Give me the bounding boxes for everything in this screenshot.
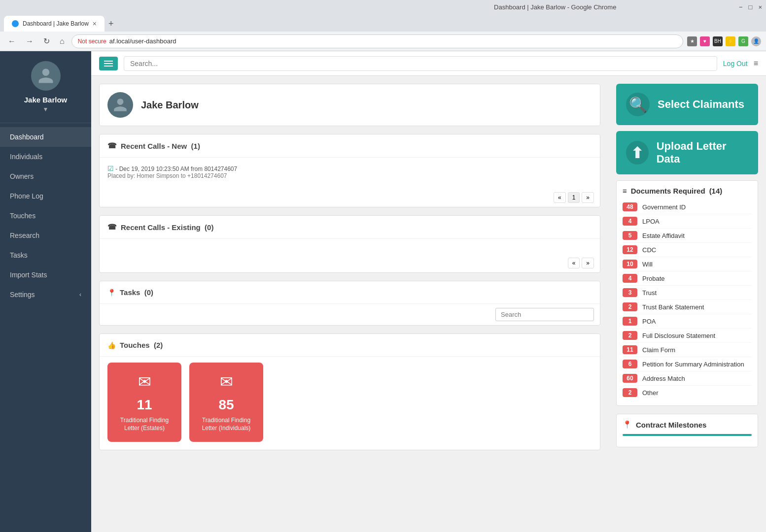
sidebar-item-tasks[interactable]: Tasks	[0, 245, 91, 265]
touches-header: 👍 Touches (2)	[100, 334, 600, 357]
sidebar-item-label: Tasks	[10, 251, 28, 259]
milestone-pin-icon: 📍	[623, 420, 632, 429]
extension-icon-3[interactable]: ⚡	[726, 36, 735, 46]
next-page-existing-btn[interactable]: »	[582, 258, 594, 268]
new-tab-button[interactable]: +	[104, 16, 118, 32]
window-close[interactable]: ×	[758, 3, 762, 11]
touch-card-individuals[interactable]: ✉ 85 Traditional Finding Letter (Individ…	[189, 363, 263, 442]
bookmark-icon[interactable]: ★	[687, 36, 697, 46]
sidebar-item-individuals[interactable]: Individuals	[0, 147, 91, 166]
extension-icon-2[interactable]: BH	[713, 36, 723, 46]
milestone-progress-bar	[623, 434, 752, 436]
profile-icon[interactable]: 👤	[751, 36, 761, 46]
doc-name: Other	[642, 389, 659, 397]
search-circle-icon: 🔍	[626, 93, 650, 116]
avatar	[31, 61, 61, 91]
touches-icon: 👍	[107, 341, 116, 349]
doc-item: 12 CDC	[623, 243, 752, 257]
doc-item: 10 Will	[623, 257, 752, 271]
upload-icon: ⬆	[626, 141, 649, 165]
doc-item: 4 LPOA	[623, 214, 752, 229]
doc-badge: 12	[623, 245, 637, 254]
main-content: Jake Barlow ☎ Recent Calls - New (1) ☑ -…	[91, 76, 608, 532]
menu-bar-1	[104, 61, 113, 62]
logout-button[interactable]: Log Out	[723, 60, 748, 67]
touches-title: Touches (2)	[120, 341, 163, 349]
upload-label: Upload Letter Data	[657, 140, 748, 166]
browser-toolbar-icons: ★ ♥ BH ⚡ G 👤	[687, 36, 761, 46]
documents-required-section: ≡ Documents Required (14) 48 Government …	[616, 180, 758, 406]
menu-bar-2	[104, 63, 113, 64]
browser-title: Dashboard | Jake Barlow - Google Chrome	[371, 3, 738, 11]
sidebar-item-touches[interactable]: Touches	[0, 206, 91, 226]
doc-badge: 2	[623, 331, 637, 340]
home-button[interactable]: ⌂	[57, 36, 68, 47]
window-minimize[interactable]: −	[739, 3, 743, 11]
doc-badge: 2	[623, 302, 637, 311]
call-entry: ☑ - Dec 19, 2019 10:23:50 AM from 801427…	[107, 165, 592, 179]
tasks-header: 📍 Tasks (0)	[100, 281, 600, 304]
profile-name: Jake Barlow	[141, 100, 199, 111]
tasks-card: 📍 Tasks (0)	[99, 281, 600, 326]
search-input[interactable]	[124, 56, 717, 71]
doc-name: Full Disclosure Statement	[642, 332, 715, 339]
envelope-icon: ✉	[138, 372, 151, 391]
window-maximize[interactable]: □	[749, 3, 753, 11]
doc-item: 60 Address Match	[623, 371, 752, 386]
extension-icon-1[interactable]: ♥	[700, 36, 710, 46]
docs-title-text: Documents Required	[631, 187, 705, 195]
touch-card-estates[interactable]: ✉ 11 Traditional Finding Letter (Estates…	[107, 363, 181, 442]
select-claimants-label: Select Claimants	[658, 98, 744, 111]
docs-title: ≡ Documents Required (14)	[623, 187, 752, 195]
browser-toolbar: ← → ↻ ⌂ Not secure af.local/user-dashboa…	[0, 32, 766, 51]
tab-favicon	[12, 20, 19, 27]
call-id: - Dec 19, 2019 10:23:50 AM from 80142746…	[115, 166, 237, 172]
page-1-btn[interactable]: 1	[568, 192, 580, 203]
tasks-search-input[interactable]	[495, 308, 594, 321]
pagination-existing: « »	[100, 254, 600, 272]
doc-name: Trust	[642, 289, 657, 297]
doc-name: Estate Affidavit	[642, 232, 685, 239]
recent-calls-new-body: ☑ - Dec 19, 2019 10:23:50 AM from 801427…	[100, 158, 600, 188]
sidebar-item-dashboard[interactable]: Dashboard	[0, 127, 91, 147]
prev-page-existing-btn[interactable]: «	[568, 258, 580, 268]
tab-close-btn[interactable]: ×	[93, 20, 97, 28]
doc-item: 2 Full Disclosure Statement	[623, 329, 752, 343]
milestones-title: 📍 Contract Milestones	[623, 420, 752, 429]
doc-item: 6 Petition for Summary Administration	[623, 357, 752, 371]
doc-item: 4 Probate	[623, 271, 752, 286]
sidebar-username: Jake Barlow	[24, 96, 68, 104]
menu-lines-icon[interactable]: ≡	[754, 59, 758, 68]
next-page-btn[interactable]: »	[582, 192, 594, 203]
doc-name: Petition for Summary Administration	[642, 361, 744, 368]
forward-button[interactable]: →	[23, 36, 36, 47]
sidebar-dropdown[interactable]: ▼	[43, 106, 49, 113]
doc-name: CDC	[642, 246, 656, 254]
upload-letter-button[interactable]: ⬆ Upload Letter Data	[616, 131, 758, 174]
doc-badge: 6	[623, 360, 637, 368]
sidebar-item-settings[interactable]: Settings ‹	[0, 285, 91, 304]
select-claimants-button[interactable]: 🔍 Select Claimants	[616, 84, 758, 125]
extension-icon-4[interactable]: G	[738, 36, 748, 46]
doc-name: Claim Form	[642, 346, 675, 354]
back-button[interactable]: ←	[5, 36, 19, 47]
milestones-title-text: Contract Milestones	[636, 421, 706, 429]
doc-badge: 2	[623, 388, 637, 397]
hamburger-menu[interactable]	[99, 57, 118, 70]
sidebar-item-phonelog[interactable]: Phone Log	[0, 186, 91, 206]
recent-calls-new-card: ☎ Recent Calls - New (1) ☑ - Dec 19, 201…	[99, 134, 600, 207]
active-tab[interactable]: Dashboard | Jake Barlow ×	[4, 16, 104, 32]
sidebar-item-research[interactable]: Research	[0, 226, 91, 245]
call-placer: Placed by: Homer Simpson to +18014274607	[107, 172, 592, 179]
touches-card: 👍 Touches (2) ✉ 11 Traditional Finding L…	[99, 333, 600, 450]
doc-item: 2 Trust Bank Statement	[623, 300, 752, 314]
address-bar[interactable]: Not secure af.local/user-dashboard	[71, 34, 683, 48]
sidebar-nav: Dashboard Individuals Owners Phone Log T…	[0, 123, 91, 532]
sidebar-item-owners[interactable]: Owners	[0, 166, 91, 186]
touches-grid: ✉ 11 Traditional Finding Letter (Estates…	[100, 357, 600, 450]
refresh-button[interactable]: ↻	[40, 35, 53, 47]
phone-icon-2: ☎	[107, 223, 117, 232]
sidebar-item-importstats[interactable]: Import Stats	[0, 265, 91, 285]
prev-page-btn[interactable]: «	[554, 192, 566, 203]
docs-count: (14)	[709, 187, 723, 195]
